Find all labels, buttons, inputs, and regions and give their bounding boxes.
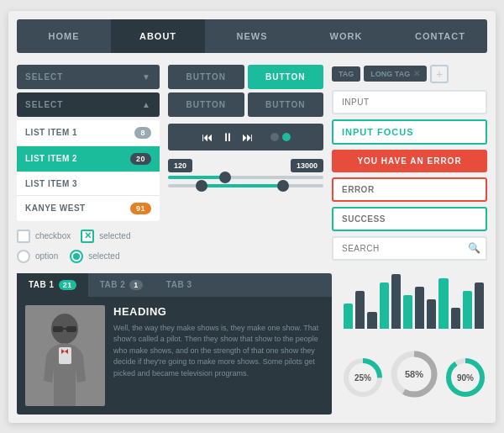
radio-inner-dot (73, 253, 80, 260)
list-item[interactable]: KANYE WEST 91 (17, 196, 160, 221)
bar (475, 283, 484, 329)
bar (415, 287, 424, 329)
svg-rect-2 (53, 326, 63, 332)
donut-25: 25% (341, 356, 385, 399)
toggle-dot-1[interactable] (270, 133, 279, 141)
slider-labels: 120 13000 (168, 159, 323, 172)
select-dropdown-2[interactable]: SELECT ▲ (17, 92, 160, 117)
chevron-down-icon: ▼ (142, 72, 151, 82)
svg-rect-3 (66, 326, 76, 332)
tab-1-badge: 21 (59, 280, 76, 290)
list-container: LIST ITEM 1 8 LIST ITEM 2 20 LIST ITEM 3… (17, 120, 160, 221)
nav-contact[interactable]: CONTACT (393, 19, 487, 53)
checkbox-unchecked[interactable]: checkbox (17, 230, 71, 243)
tag-1[interactable]: TAG (332, 66, 360, 82)
tab-2-badge: 1 (129, 280, 143, 290)
button-grid: BUTTON BUTTON BUTTON BUTTON (168, 65, 323, 117)
radio-button-selected[interactable] (70, 250, 83, 263)
input-field[interactable] (332, 90, 487, 114)
tag-long[interactable]: LONG TAG ✕ (364, 66, 427, 82)
list-item-label: LIST ITEM 1 (25, 128, 77, 137)
tab-2-label: TAB 2 (100, 280, 126, 289)
search-input[interactable] (332, 236, 487, 261)
checkbox-label: checkbox (35, 231, 71, 240)
button-dark-2[interactable]: BUTTON (168, 92, 244, 117)
select-dropdown-1[interactable]: SELECT ▼ (17, 65, 160, 89)
button-dark-3[interactable]: BUTTON (248, 92, 324, 117)
toggle-dot-2[interactable] (282, 133, 291, 141)
media-player: ⏮ ⏸ ⏭ (168, 124, 323, 150)
chart-section: 25% 58% 90% (340, 273, 487, 415)
skip-back-icon[interactable]: ⏮ (202, 130, 213, 144)
button-teal-1[interactable]: BUTTON (248, 65, 324, 89)
search-wrapper: 🔍 (332, 236, 487, 261)
tag-long-label: LONG TAG (370, 70, 410, 78)
tab-1-label: TAB 1 (29, 280, 55, 289)
tab-2[interactable]: TAB 2 1 (88, 273, 155, 297)
slider-thumb[interactable] (219, 172, 231, 183)
list-item-label: LIST ITEM 3 (25, 179, 77, 188)
chevron-up-icon: ▲ (142, 100, 151, 109)
badge: 20 (130, 153, 151, 165)
bar (451, 308, 460, 329)
nav-news[interactable]: NEWS (205, 19, 299, 53)
bottom-row: TAB 1 21 TAB 2 1 TAB 3 (17, 273, 487, 415)
select-label-1: SELECT (25, 72, 63, 82)
middle-column: BUTTON BUTTON BUTTON BUTTON ⏮ ⏸ ⏭ 120 (168, 65, 323, 263)
add-tag-button[interactable]: + (430, 65, 449, 83)
main-content: SELECT ▼ SELECT ▲ LIST ITEM 1 8 LIST ITE… (17, 65, 487, 263)
list-item-label: LIST ITEM 2 (25, 154, 77, 163)
checkbox-box-checked[interactable]: ✕ (81, 230, 94, 243)
tab-body: Well, the way they make shows is, they m… (113, 323, 323, 380)
checkbox-box[interactable] (17, 230, 30, 243)
nav-about[interactable]: ABOUT (111, 19, 205, 53)
radio-button[interactable] (17, 250, 30, 263)
slider-thumb-left[interactable] (196, 180, 207, 192)
list-item[interactable]: LIST ITEM 2 20 (17, 146, 160, 172)
slider-thumb-right[interactable] (277, 180, 289, 192)
svg-text:90%: 90% (456, 373, 473, 383)
donut-58: 58% (389, 349, 439, 399)
donut-chart-58: 58% (389, 349, 439, 399)
bar (438, 278, 448, 329)
radio-row: option selected (17, 250, 160, 263)
svg-text:25%: 25% (354, 373, 370, 383)
close-icon[interactable]: ✕ (413, 69, 420, 78)
tabs-card: TAB 1 21 TAB 2 1 TAB 3 (17, 273, 332, 415)
tab-1[interactable]: TAB 1 21 (17, 273, 88, 297)
radio-option[interactable]: option (17, 250, 58, 263)
slider-section-1: 120 13000 (168, 159, 323, 187)
radio-selected[interactable]: selected (70, 250, 119, 263)
bar (391, 274, 401, 329)
main-container: HOME ABOUT NEWS WORK CONTACT SELECT ▼ SE… (8, 11, 496, 423)
list-item[interactable]: LIST ITEM 3 (17, 172, 160, 196)
skip-forward-icon[interactable]: ⏭ (242, 130, 254, 144)
slider-value-2: 13000 (291, 159, 323, 172)
tab-content: HEADING Well, the way they make shows is… (17, 297, 332, 415)
tabs-header: TAB 1 21 TAB 2 1 TAB 3 (17, 273, 332, 297)
bar (403, 295, 412, 329)
left-column: SELECT ▼ SELECT ▲ LIST ITEM 1 8 LIST ITE… (17, 65, 160, 263)
person-image (25, 305, 105, 406)
list-item[interactable]: LIST ITEM 1 8 (17, 120, 160, 146)
checkbox-checked[interactable]: ✕ selected (81, 230, 130, 243)
error-button[interactable]: YOU HAVE AN ERROR (332, 150, 487, 172)
bar (380, 283, 389, 329)
slider-value-1: 120 (168, 159, 192, 172)
donut-chart-25: 25% (341, 356, 385, 399)
success-input[interactable] (332, 207, 487, 231)
search-icon: 🔍 (468, 242, 480, 254)
slider-1[interactable] (168, 176, 323, 179)
input-focus-field[interactable] (332, 119, 487, 145)
tab-3[interactable]: TAB 3 (155, 273, 204, 297)
slider-2[interactable] (168, 184, 323, 187)
bar (344, 304, 353, 329)
error-input[interactable] (332, 177, 487, 202)
pause-icon[interactable]: ⏸ (222, 130, 234, 144)
nav-work[interactable]: WORK (299, 19, 393, 53)
radio-label: option (35, 251, 58, 261)
bar (367, 312, 376, 329)
button-dark-1[interactable]: BUTTON (168, 65, 244, 89)
nav-home[interactable]: HOME (17, 19, 111, 53)
donut-90: 90% (444, 356, 487, 399)
